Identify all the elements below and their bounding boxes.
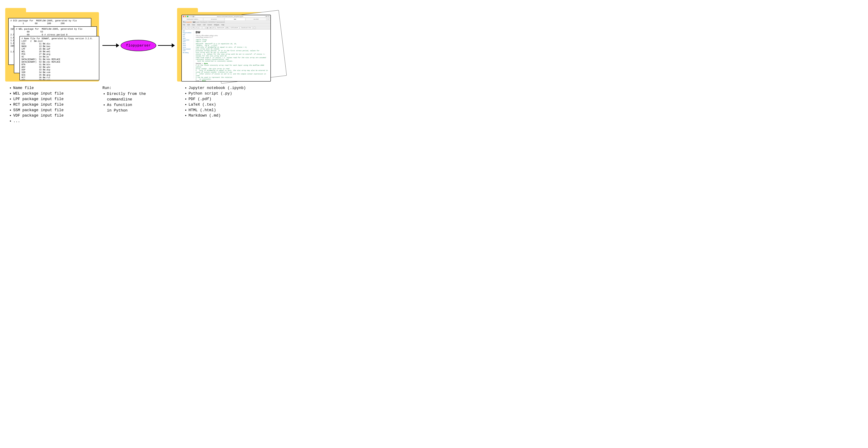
toc-item[interactable]: flopy:mt3d <box>183 39 193 41</box>
close-icon[interactable] <box>183 16 184 17</box>
jupyter-toolbar: ✎ ＋ ✂ ⧉ ⎘ ↑ ↓ ▶ ■ ⟳ Markdown ▾ ⌘ CellToo… <box>182 26 271 29</box>
nav-back-icon[interactable]: ‹ <box>190 15 191 18</box>
list-item: ... <box>13 118 102 124</box>
list-item: WEL package input file <box>13 91 102 97</box>
list-item: Jupyter notebook (.ipynb) <box>189 85 273 91</box>
sidebar-icon[interactable]: ▥ <box>192 15 194 18</box>
celltype-select[interactable]: Markdown ▾ <box>216 27 225 29</box>
output-list-column: Jupyter notebook (.ipynb)Python script (… <box>177 85 273 124</box>
window-controls <box>183 16 188 17</box>
list-item: As functionin Python <box>107 102 177 113</box>
celltoolbar-select[interactable]: CellToolbar ▾ <box>229 27 239 29</box>
menu-view[interactable]: View <box>192 24 195 26</box>
notebook-toc: BWflopy:modflowDISOCWELflopy:mt3dADVBTNS… <box>182 30 194 78</box>
list-item: Markdown (.md) <box>189 113 273 118</box>
toc-item[interactable]: file listing <box>183 52 193 54</box>
toc-item[interactable]: flopy:seawat <box>183 48 193 50</box>
list-item: Name file <box>13 85 102 91</box>
paste-icon[interactable]: ⎘ <box>195 27 198 29</box>
run-heading: Run: <box>102 85 177 91</box>
move-down-icon[interactable]: ↓ <box>203 27 205 29</box>
cell-heading: BW <box>196 31 269 34</box>
maximize-icon[interactable] <box>187 16 188 17</box>
arrow-right-icon <box>158 45 175 46</box>
toc-item[interactable]: SSM <box>183 44 193 46</box>
run-column: Run: Directly from thecommandlineAs func… <box>102 85 177 124</box>
jupyter-header: �◉ jupyter test Last Checkpoint: 34/23/2… <box>182 21 271 24</box>
kernel-status-icon: ◯ <box>253 27 256 29</box>
notebook-title[interactable]: test <box>193 21 195 23</box>
list-item: Directly from thecommandline <box>107 91 177 102</box>
toc-item[interactable]: OC <box>183 36 193 37</box>
browser-tab[interactable]: notebooks/ notebo... <box>183 18 203 21</box>
toc-item[interactable]: WEL <box>183 37 193 39</box>
dashboard-button[interactable]: Dashboard View <box>240 27 253 29</box>
folder-tab-icon <box>5 8 26 13</box>
run-icon[interactable]: ▶ <box>207 27 209 29</box>
save-icon[interactable]: ✎ <box>183 27 185 29</box>
list-item: Python script (.py) <box>189 91 273 97</box>
restart-icon[interactable]: ⟳ <box>213 27 215 29</box>
nav-fwd-icon[interactable]: › <box>191 15 192 18</box>
code-cell[interactable]: import flopy import from <box>196 39 269 42</box>
menu-kernel[interactable]: Kernel <box>208 24 212 26</box>
browser-tabs: notebooks/ notebo... de server test vsc.… <box>182 18 271 21</box>
jupyter-menu: File Edit View Insert Cell Kernel Widget… <box>182 24 271 26</box>
toc-item[interactable]: ADV <box>183 41 193 43</box>
cell-subtext: This is a file written using a smu <box>196 35 269 36</box>
name-file-window: # Name file for SEAWAT, generated by Flo… <box>20 36 99 80</box>
reload-icon[interactable]: ⟳ <box>266 15 267 18</box>
folder-tab-icon <box>177 8 198 13</box>
list-item: VDF package input file <box>13 113 102 118</box>
toc-item[interactable]: GCG <box>183 46 193 48</box>
jupyter-browser-window: ‹ › ▥ desbom.be/notebooks/env_temp/test.… <box>181 15 271 81</box>
list-item: SSM package input file <box>13 107 102 113</box>
move-up-icon[interactable]: ↑ <box>199 27 202 29</box>
separator <box>206 27 206 29</box>
toc-item[interactable]: flopy:modflow <box>183 32 193 34</box>
menu-insert[interactable]: Insert <box>197 24 201 26</box>
browser-chrome: ‹ › ▥ desbom.be/notebooks/env_temp/test.… <box>182 15 271 30</box>
address-bar[interactable]: desbom.be/notebooks/env_temp/test.ipynb <box>195 15 265 18</box>
stop-icon[interactable]: ■ <box>210 27 212 29</box>
share-icon[interactable]: ⇪ <box>268 15 270 18</box>
notebook-cells: BW This is a file written using a smu Us… <box>194 30 271 78</box>
cut-icon[interactable]: ✂ <box>189 27 191 29</box>
menu-edit[interactable]: Edit <box>187 24 190 26</box>
flopyparser-label: flopyparser <box>126 43 151 47</box>
menu-cell[interactable]: Cell <box>203 24 206 26</box>
menu-file[interactable]: File <box>183 24 185 26</box>
list-item: LPF package input file <box>13 97 102 102</box>
browser-tab-active[interactable]: test <box>225 18 245 21</box>
new-tab-icon[interactable]: + <box>267 19 270 20</box>
toc-item[interactable]: DIS <box>183 34 193 36</box>
menu-help[interactable]: Help <box>221 24 224 26</box>
toc-item[interactable]: VSC <box>183 50 193 52</box>
code-cell-continued[interactable]: invisc = None# Is the fluid viscosity ar… <box>196 63 269 81</box>
cell-subtext: Using flopy version 3.2.7 <box>196 36 269 38</box>
list-item: LaTeX (.tex) <box>189 102 273 107</box>
browser-tab[interactable]: de server <box>204 18 224 21</box>
list-item: RCT package input file <box>13 102 102 107</box>
list-item: HTML (.html) <box>189 107 273 113</box>
minimize-icon[interactable] <box>185 16 186 17</box>
toc-item[interactable]: BW <box>183 30 193 32</box>
arrow-left-icon <box>102 45 119 46</box>
flopyparser-node: flopyparser <box>121 40 156 51</box>
overlay-comment-block: amucoeff. amucoeff is a in equations 18,… <box>196 43 269 62</box>
toc-item[interactable]: BTN <box>183 43 193 44</box>
command-icon[interactable]: ⌘ <box>226 27 228 29</box>
menu-widgets[interactable]: Widgets <box>214 24 219 26</box>
diagram-canvas: # DIS package for MODFLOW-2005, generate… <box>5 5 273 137</box>
add-cell-icon[interactable]: ＋ <box>186 27 188 29</box>
list-item: PDF (.pdf) <box>189 97 273 102</box>
browser-titlebar: ‹ › ▥ desbom.be/notebooks/env_temp/test.… <box>182 15 271 18</box>
description-columns: Name fileWEL package input fileLPF packa… <box>5 85 273 124</box>
input-list-column: Name fileWEL package input fileLPF packa… <box>5 85 102 124</box>
browser-tab[interactable]: vsc.html <box>246 18 266 21</box>
checkpoint-label: Last Checkpoint: 34/23/2017 (autosaved) <box>196 21 225 23</box>
jupyter-logo: �◉ jupyter <box>183 21 192 23</box>
copy-icon[interactable]: ⧉ <box>192 27 195 29</box>
